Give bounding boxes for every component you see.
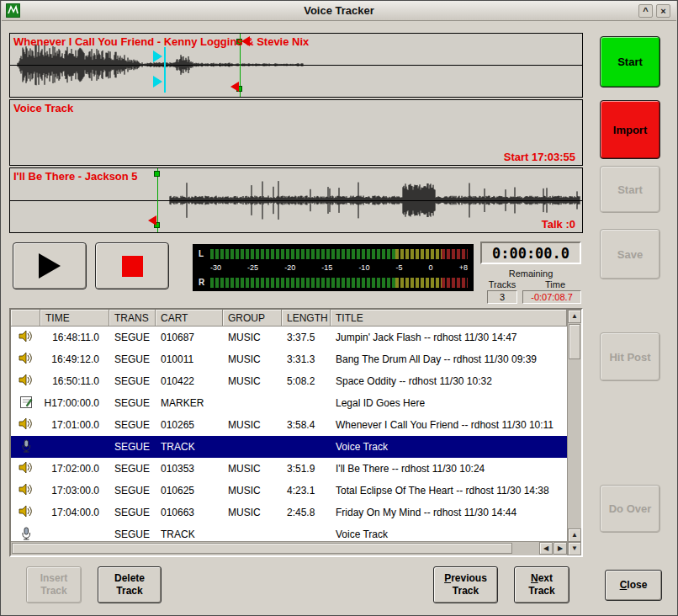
delete-track-button[interactable]: Delete Track xyxy=(98,566,162,603)
log-row[interactable]: SEGUETRACKVoice Track xyxy=(11,523,567,541)
meter-tick: 0 xyxy=(429,263,433,273)
cell-time: 17:02:00.0 xyxy=(40,463,109,475)
log-row[interactable]: 16:49:12.0SEGUE010011MUSIC3:31.3Bang The… xyxy=(11,348,567,370)
column-header[interactable]: CART xyxy=(156,310,223,327)
cell-trans: SEGUE xyxy=(109,463,156,475)
insert-track-label-1: Insert xyxy=(40,572,68,585)
cell-cart: 010353 xyxy=(156,463,223,475)
cell-title: Space Oddity -- rdhost 11/30 10:32 xyxy=(331,375,567,387)
hit-post-button: Hit Post xyxy=(600,332,660,381)
cell-length: 2:45.8 xyxy=(282,507,331,518)
cell-group: MUSIC xyxy=(223,332,282,343)
speaker-icon xyxy=(19,460,33,477)
cell-length: 5:08.2 xyxy=(282,375,331,387)
end-marker-handle-bottom[interactable] xyxy=(230,82,239,92)
cell-title: I'll Be There -- rdhost 11/30 10:24 xyxy=(331,463,567,475)
cell-title: Bang The Drum All Day -- rdhost 11/30 09… xyxy=(331,353,567,365)
log-row[interactable]: 16:50:11.0SEGUE010422MUSIC5:08.2Space Od… xyxy=(11,370,567,392)
cell-time: 17:04:00.0 xyxy=(40,507,109,518)
horizontal-scroll-thumb[interactable] xyxy=(12,543,512,554)
audio-meter: L -30-25-20-15-10-50+8 R xyxy=(193,244,474,291)
speaker-icon xyxy=(19,329,33,346)
waveform-panel-voicetrack[interactable]: Voice Track Start 17:03:55 xyxy=(9,99,583,166)
play-icon xyxy=(39,253,61,279)
speaker-icon xyxy=(19,504,33,521)
import-button[interactable]: Import xyxy=(600,100,660,159)
start-button[interactable]: Start xyxy=(600,36,660,88)
log-table: TIMETRANSCARTGROUPLENGTHTITLE 16:48:11.0… xyxy=(9,308,583,557)
vertical-scrollbar[interactable]: ▲ ▲ ▼ xyxy=(567,310,581,555)
insert-track-label-2: Track xyxy=(40,585,66,597)
scroll-up-icon[interactable]: ▲ xyxy=(568,310,581,323)
cell-title: Voice Track xyxy=(331,441,567,453)
meter-scale: -30-25-20-15-10-50+8 xyxy=(199,263,468,273)
save-button: Save xyxy=(600,229,660,279)
voice-tracker-window: Voice Tracker ^ × Whenever I Call You Fr… xyxy=(0,0,678,616)
talk-marker-handle[interactable] xyxy=(148,215,156,226)
cell-trans: SEGUE xyxy=(109,397,156,409)
log-row[interactable]: 17:04:00.0SEGUE010663MUSIC2:45.8Friday O… xyxy=(11,502,567,523)
waveform-panel-track3[interactable]: I'll Be There - Jackson 5 Talk :0 xyxy=(9,167,583,233)
mic-icon xyxy=(19,439,33,455)
fade-marker-handle-bottom[interactable] xyxy=(153,76,162,88)
remaining-label: Remaining xyxy=(480,268,581,279)
window-close-icon[interactable]: × xyxy=(656,4,670,18)
remaining-tracks-label: Tracks xyxy=(482,279,522,289)
shade-button[interactable]: ^ xyxy=(638,4,653,18)
column-header[interactable]: GROUP xyxy=(223,310,282,327)
scroll-right-icon[interactable]: ▶ xyxy=(554,542,567,555)
meter-tick: -25 xyxy=(247,263,258,273)
column-header[interactable]: LENGTH xyxy=(282,310,331,327)
cell-cart: MARKER xyxy=(156,397,223,409)
row-icon-cell xyxy=(11,439,40,455)
fade-marker-handle-top[interactable] xyxy=(153,50,162,62)
insert-track-button: Insert Track xyxy=(26,566,82,603)
log-row[interactable]: H17:00:00.0SEGUEMARKERLegal ID Goes Here xyxy=(11,392,567,414)
close-button[interactable]: Close xyxy=(605,570,662,601)
cell-cart: 010663 xyxy=(156,507,223,518)
previous-track-label-1: Previous xyxy=(444,572,487,585)
scroll-up2-icon[interactable]: ▲ xyxy=(568,528,581,542)
speaker-icon xyxy=(19,373,33,390)
cell-time: H17:00:00.0 xyxy=(40,397,109,409)
previous-track-button[interactable]: Previous Track xyxy=(433,566,498,603)
log-row[interactable]: 17:02:00.0SEGUE010353MUSIC3:51.9I'll Be … xyxy=(11,458,567,480)
meter-tick: -20 xyxy=(284,263,295,273)
log-row[interactable]: 17:01:00.0SEGUE010265MUSIC3:58.4Whenever… xyxy=(11,414,567,436)
cell-trans: SEGUE xyxy=(109,485,156,497)
log-row[interactable]: SEGUETRACKVoice Track xyxy=(11,436,567,458)
fade-marker-line[interactable] xyxy=(164,47,166,93)
stop-button[interactable] xyxy=(95,242,169,289)
log-row[interactable]: 17:03:00.0SEGUE010625MUSIC4:23.1Total Ec… xyxy=(11,480,567,502)
titlebar[interactable]: Voice Tracker ^ × xyxy=(2,1,676,21)
cell-title: Whenever I Call You Friend -- rdhost 11/… xyxy=(331,419,567,431)
cell-cart: TRACK xyxy=(156,528,223,540)
cell-time: 16:48:11.0 xyxy=(40,332,109,343)
horizontal-scrollbar[interactable]: ◀ ▶ xyxy=(11,541,567,555)
scroll-down-icon[interactable]: ▼ xyxy=(568,542,581,555)
column-header[interactable]: TRANS xyxy=(109,310,156,327)
cell-trans: SEGUE xyxy=(109,332,156,343)
meter-left-label: L xyxy=(199,249,210,258)
vertical-scroll-thumb[interactable] xyxy=(569,324,580,359)
waveform-panel-track1[interactable]: Whenever I Call You Friend - Kenny Loggi… xyxy=(9,33,583,98)
scroll-left-icon[interactable]: ◀ xyxy=(539,542,553,555)
cell-length: 3:51.9 xyxy=(282,463,331,475)
cell-group: MUSIC xyxy=(223,507,282,518)
start-marker-handle-top[interactable] xyxy=(154,171,160,177)
meter-tick: -5 xyxy=(395,263,402,273)
log-row[interactable]: 16:48:11.0SEGUE010687MUSIC3:37.5Jumpin' … xyxy=(11,327,567,348)
do-over-button: Do Over xyxy=(600,485,660,533)
elapsed-time-display: 0:00:00.0 xyxy=(480,242,581,264)
play-button[interactable] xyxy=(13,242,87,289)
cell-time: 16:50:11.0 xyxy=(40,375,109,387)
meter-tick: -30 xyxy=(210,263,221,273)
column-header[interactable]: TIME xyxy=(40,310,109,327)
next-track-button[interactable]: Next Track xyxy=(514,566,569,603)
next-track-label-1: Next xyxy=(531,572,553,585)
speaker-icon xyxy=(19,417,33,433)
zero-line xyxy=(10,200,582,201)
zero-line xyxy=(10,65,582,66)
column-header[interactable] xyxy=(11,310,40,327)
column-header[interactable]: TITLE xyxy=(331,310,567,327)
